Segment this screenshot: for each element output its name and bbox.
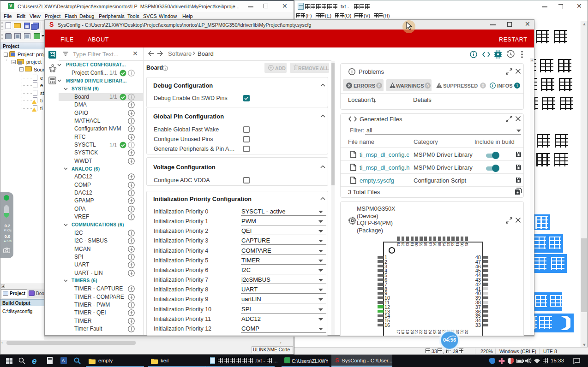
svg-text:0: 0 — [482, 83, 484, 88]
svg-text:0: 0 — [426, 83, 429, 88]
svg-text:0: 0 — [378, 83, 380, 88]
svg-text:1: 1 — [516, 83, 518, 88]
